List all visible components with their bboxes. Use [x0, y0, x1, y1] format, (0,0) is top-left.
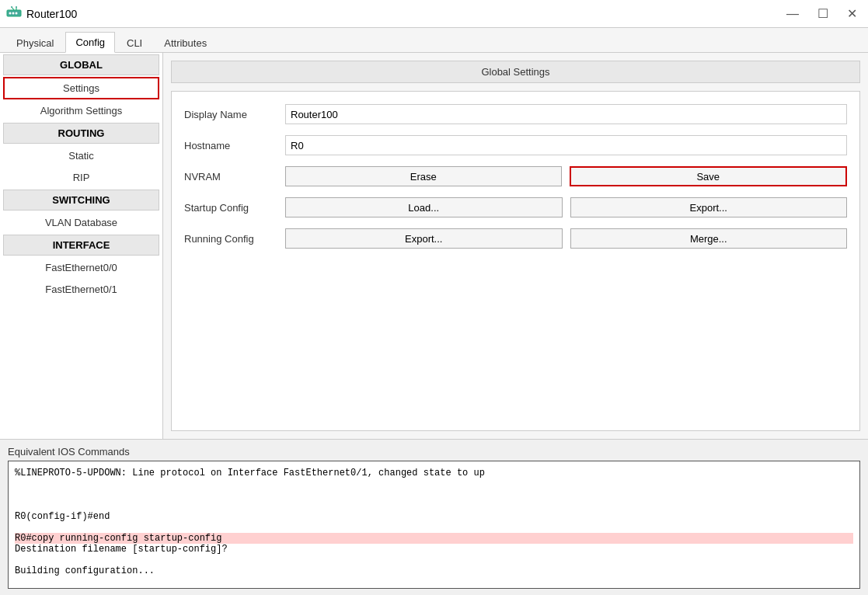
titlebar-controls: — ☐ ✕ — [782, 6, 862, 22]
svg-point-2 — [12, 12, 15, 15]
form-btn-erase[interactable]: Erase — [285, 166, 562, 186]
cmd-line-5: Building configuration... — [15, 565, 853, 576]
titlebar-left: Router100 — [6, 5, 77, 23]
form-label-4: Running Config — [184, 233, 285, 245]
bottom-label: Equivalent IOS Commands — [8, 446, 860, 458]
form-label-2: NVRAM — [184, 171, 285, 183]
form-btn-load---[interactable]: Load... — [285, 197, 563, 217]
sidebar-item-static[interactable]: Static — [3, 145, 159, 166]
sidebar-item-fastethernet0/0[interactable]: FastEthernet0/0 — [3, 257, 159, 278]
cmd-line-2: R0(config-if)#end — [15, 511, 853, 522]
tab-cli[interactable]: CLI — [117, 33, 152, 53]
router-icon — [6, 5, 22, 23]
cmd-line-1 — [15, 489, 853, 500]
form-btn-save[interactable]: Save — [570, 166, 848, 186]
close-button[interactable]: ✕ — [842, 6, 862, 22]
form-label-3: Startup Config — [184, 202, 285, 214]
tab-bar: Physical Config CLI Attributes — [0, 28, 868, 53]
svg-point-1 — [9, 12, 12, 15]
form-label-1: Hostname — [184, 140, 285, 151]
form-input-hostname[interactable] — [285, 135, 847, 155]
titlebar: Router100 — ☐ ✕ — [0, 0, 868, 28]
sidebar-section-header-switching: SWITCHING — [3, 190, 159, 211]
right-panel: Global Settings Display NameHostnameNVRA… — [163, 53, 868, 439]
panel-title: Global Settings — [171, 61, 860, 83]
form-btn-export---[interactable]: Export... — [285, 228, 563, 249]
form-btn-merge---[interactable]: Merge... — [570, 228, 848, 249]
sidebar-section-header-global: GLOBAL — [3, 54, 159, 75]
sidebar: GLOBALSettingsAlgorithm SettingsROUTINGS… — [0, 53, 163, 439]
form-row-running-config: Running ConfigExport...Merge... — [184, 228, 847, 249]
form-label-0: Display Name — [184, 109, 285, 120]
cmd-line-4: Destination filename [startup-config]? — [15, 544, 853, 555]
tab-config[interactable]: Config — [65, 32, 115, 53]
form-btn-export---[interactable]: Export... — [570, 197, 848, 217]
cmd-line-6: [OK] — [15, 587, 853, 589]
cmd-line-3: R0#copy running-config startup-config — [15, 533, 853, 544]
form-row-display-name: Display Name — [184, 104, 847, 124]
window-title: Router100 — [26, 8, 77, 20]
svg-point-7 — [16, 6, 17, 8]
form-row-startup-config: Startup ConfigLoad...Export... — [184, 197, 847, 217]
tab-physical[interactable]: Physical — [6, 33, 64, 53]
svg-point-6 — [11, 6, 12, 8]
main-area: GLOBALSettingsAlgorithm SettingsROUTINGS… — [0, 53, 868, 595]
form-input-display-name[interactable] — [285, 104, 847, 124]
form-buttons-startup-config: Load...Export... — [285, 197, 847, 217]
minimize-button[interactable]: — — [782, 6, 804, 22]
form-buttons-running-config: Export...Merge... — [285, 228, 847, 249]
sidebar-item-rip[interactable]: RIP — [3, 167, 159, 188]
sidebar-item-fastethernet0/1[interactable]: FastEthernet0/1 — [3, 279, 159, 300]
content-area: GLOBALSettingsAlgorithm SettingsROUTINGS… — [0, 53, 868, 439]
settings-box: Display NameHostnameNVRAMEraseSaveStartu… — [171, 91, 860, 431]
form-row-hostname: Hostname — [184, 135, 847, 155]
svg-point-3 — [16, 12, 18, 15]
sidebar-item-algorithm-settings[interactable]: Algorithm Settings — [3, 100, 159, 121]
sidebar-item-settings[interactable]: Settings — [3, 77, 159, 99]
form-buttons-nvram: EraseSave — [285, 166, 847, 186]
bottom-area: Equivalent IOS Commands %LINEPROTO-5-UPD… — [0, 439, 868, 595]
cmd-line-0: %LINEPROTO-5-UPDOWN: Line protocol on In… — [15, 468, 853, 478]
sidebar-section-header-routing: ROUTING — [3, 123, 159, 144]
maximize-button[interactable]: ☐ — [813, 6, 833, 22]
sidebar-section-header-interface: INTERFACE — [3, 235, 159, 256]
sidebar-item-vlan-database[interactable]: VLAN Database — [3, 212, 159, 233]
tab-attributes[interactable]: Attributes — [154, 33, 217, 53]
command-box[interactable]: %LINEPROTO-5-UPDOWN: Line protocol on In… — [8, 461, 860, 589]
form-row-nvram: NVRAMEraseSave — [184, 166, 847, 186]
